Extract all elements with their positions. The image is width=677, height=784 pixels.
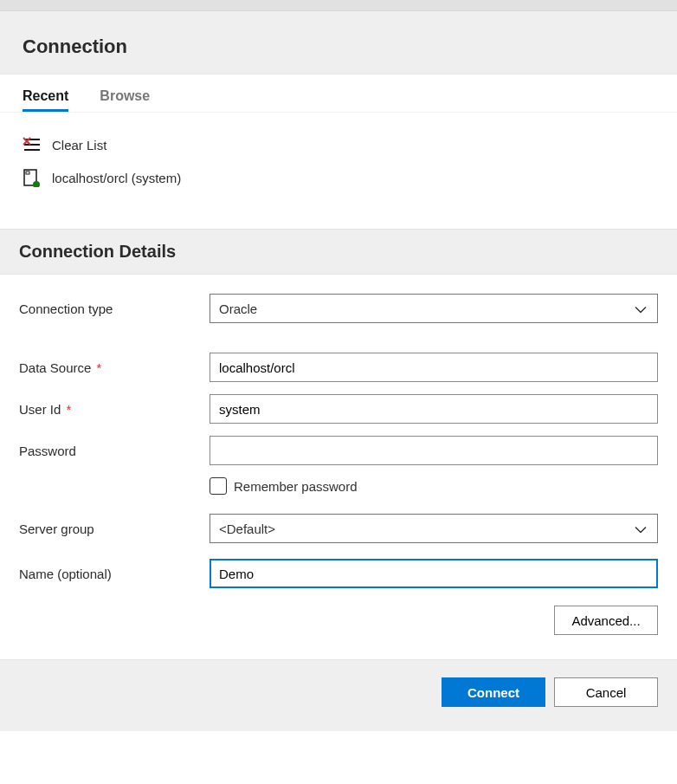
advanced-button[interactable]: Advanced... [554, 606, 658, 635]
recent-connection-item[interactable]: localhost/orcl (system) [23, 161, 654, 194]
dialog-footer: Connect Cancel [0, 659, 677, 731]
clear-list-icon [23, 135, 42, 154]
details-form: Connection type Oracle Data Source * Use… [0, 275, 677, 659]
select-connection-type[interactable]: Oracle [210, 294, 658, 323]
recent-panel: Clear List localhost/orcl (system) [0, 113, 677, 229]
label-password: Password [19, 444, 210, 458]
input-password[interactable] [210, 436, 658, 465]
dialog-title: Connection [23, 36, 654, 58]
label-connection-type: Connection type [19, 301, 210, 316]
clear-list-button[interactable]: Clear List [23, 128, 654, 161]
select-server-group-value: <Default> [219, 522, 275, 536]
input-data-source[interactable] [210, 353, 658, 382]
window-top-strip [0, 0, 677, 10]
label-user-id: User Id * [19, 402, 210, 417]
dialog-header: Connection [0, 10, 677, 75]
label-server-group: Server group [19, 522, 210, 536]
select-connection-type-value: Oracle [219, 301, 257, 316]
details-title: Connection Details [19, 242, 658, 262]
chevron-down-icon [635, 522, 647, 536]
label-data-source-text: Data Source [19, 360, 91, 375]
cancel-button[interactable]: Cancel [554, 677, 658, 707]
label-data-source: Data Source * [19, 360, 210, 375]
recent-connection-label: localhost/orcl (system) [52, 171, 181, 185]
svg-point-7 [33, 181, 40, 187]
clear-list-label: Clear List [52, 138, 106, 152]
select-server-group[interactable]: <Default> [210, 514, 658, 543]
tab-browse[interactable]: Browse [100, 88, 150, 112]
chevron-down-icon [635, 301, 647, 316]
details-header: Connection Details [0, 229, 677, 275]
label-user-id-text: User Id [19, 402, 61, 417]
tab-bar: Recent Browse [0, 75, 677, 113]
tab-recent[interactable]: Recent [23, 88, 68, 112]
required-mark: * [67, 402, 72, 417]
svg-rect-6 [26, 172, 29, 174]
required-mark: * [97, 360, 102, 375]
input-name[interactable] [210, 559, 658, 588]
label-name: Name (optional) [19, 567, 210, 581]
server-icon [23, 168, 42, 187]
connect-button[interactable]: Connect [442, 677, 545, 707]
checkbox-remember-password[interactable] [210, 477, 227, 495]
input-user-id[interactable] [210, 394, 658, 424]
label-remember-password: Remember password [234, 479, 358, 494]
